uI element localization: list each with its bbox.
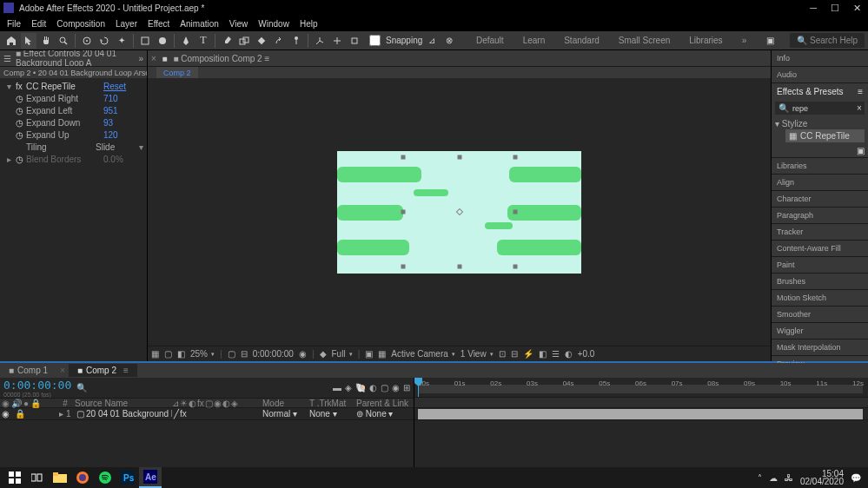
layer-name[interactable]: 20 04 01 Background Loop Arseabout.jpg [86, 409, 172, 419]
camera-dropdown[interactable]: Active Camera [391, 349, 455, 359]
panel-character[interactable]: Character [772, 191, 868, 207]
exposure-value[interactable]: +0.0 [578, 349, 595, 359]
tl-icon-2[interactable]: ◈ [345, 383, 352, 392]
tab-close-icon[interactable]: × [56, 366, 69, 375]
rectangle-tool[interactable] [137, 33, 153, 49]
brush-tool[interactable] [219, 33, 235, 49]
roi-icon[interactable]: ▣ [365, 349, 373, 359]
prop-expand-right-value[interactable]: 710 [103, 94, 147, 103]
col-trkmat[interactable]: T .TrkMat [306, 399, 353, 408]
col-audio-icon[interactable]: 🔊 [11, 399, 22, 408]
selection-tool[interactable] [21, 33, 36, 49]
toggle-icon[interactable]: ◧ [177, 349, 185, 359]
channel-icon[interactable]: ◆ [320, 349, 327, 359]
fx-reset-button[interactable]: Reset [103, 82, 147, 91]
panel-mask-interp[interactable]: Mask Interpolation [772, 340, 868, 355]
composition-viewer[interactable] [148, 78, 771, 346]
graph-editor-icon[interactable]: ⊞ [403, 383, 410, 392]
menu-layer[interactable]: Layer [110, 17, 142, 30]
prop-tiling-value[interactable]: Slide [96, 142, 139, 152]
clear-search-icon[interactable]: × [857, 103, 862, 113]
layer-mode-dropdown[interactable]: Normal [262, 409, 290, 419]
timecode[interactable]: 0:00:00:00 [3, 379, 71, 392]
col-mode[interactable]: Mode [259, 399, 306, 408]
panel-smoother[interactable]: Smoother [772, 307, 868, 322]
home-button[interactable] [3, 33, 19, 49]
stopwatch-icon[interactable]: ◷ [16, 118, 24, 128]
type-tool[interactable]: T [195, 33, 211, 49]
timeline-search[interactable]: 🔍 [76, 383, 328, 392]
mask-icon[interactable]: ▢ [164, 349, 172, 359]
hand-tool[interactable] [38, 33, 54, 49]
stopwatch-icon[interactable]: ◷ [16, 130, 24, 140]
comp-flow-icon[interactable]: ☰ [552, 349, 560, 359]
workspace-overflow[interactable]: » [739, 36, 751, 45]
col-source-name[interactable]: Source Name [71, 399, 172, 408]
orbit-tool[interactable] [79, 33, 95, 49]
canvas[interactable] [337, 151, 581, 274]
workspace-libraries[interactable]: Libraries [686, 36, 726, 45]
menu-view[interactable]: View [224, 17, 254, 30]
workspace-small-screen[interactable]: Small Screen [615, 36, 673, 45]
layer-video-toggle[interactable]: ◉ [2, 409, 10, 419]
new-bin-icon[interactable]: ▣ [857, 146, 865, 155]
project-tab-icon[interactable]: ☰ [3, 54, 11, 63]
grid-icon[interactable]: ▦ [378, 349, 386, 359]
resolution-dropdown[interactable]: Full [332, 349, 353, 359]
layer-lock-toggle[interactable]: 🔒 [15, 409, 25, 419]
snap-icon-2[interactable]: ⊗ [441, 33, 457, 49]
prop-expand-left-value[interactable]: 951 [103, 106, 147, 115]
dropdown-icon[interactable]: ▾ [139, 142, 143, 152]
pen-tool[interactable] [178, 33, 194, 49]
tray-network-icon[interactable]: 🖧 [785, 473, 793, 483]
panel-overflow[interactable]: » [138, 54, 143, 63]
taskbar-spotify[interactable] [94, 467, 116, 488]
layer-fx-switch[interactable]: fx [180, 409, 187, 419]
pixel-ar-icon[interactable]: ⊟ [511, 349, 518, 359]
task-view-button[interactable] [26, 467, 49, 488]
zoom-tool[interactable] [56, 33, 71, 49]
timeline-tab-comp1[interactable]: ■Comp 1 [0, 364, 56, 377]
timeline-ruler[interactable]: 00s01s02s03s04s05s06s07s08s09s10s11s12s [414, 378, 868, 398]
res-icon[interactable]: ▢ [228, 349, 235, 359]
col-lock-icon[interactable]: 🔒 [30, 399, 41, 408]
snapping-checkbox[interactable] [369, 35, 381, 46]
taskbar-after-effects[interactable]: Ae [139, 467, 162, 488]
views-dropdown[interactable]: 1 View [461, 349, 494, 359]
view-axis-button[interactable] [347, 33, 362, 49]
panel-libraries[interactable]: Libraries [772, 158, 868, 174]
share-icon[interactable]: ⊡ [499, 349, 506, 359]
panel-motion-sketch[interactable]: Motion Sketch [772, 290, 868, 306]
sw-3d-icon[interactable]: ◈ [231, 399, 238, 408]
panel-content-aware[interactable]: Content-Aware Fill [772, 241, 868, 256]
exposure-reset-icon[interactable]: ◐ [565, 349, 573, 359]
tl-icon-1[interactable]: ▬ [333, 383, 341, 392]
workspace-default[interactable]: Default [473, 36, 507, 45]
rotation-tool[interactable] [96, 33, 112, 49]
time-icon[interactable]: ⊟ [241, 349, 248, 359]
world-axis-button[interactable] [329, 33, 345, 49]
prop-blend-borders-value[interactable]: 0.0% [103, 155, 147, 164]
menu-effect[interactable]: Effect [142, 17, 175, 30]
prop-expand-up-value[interactable]: 120 [103, 130, 147, 140]
panel-info[interactable]: Info [772, 50, 868, 66]
menu-composition[interactable]: Composition [51, 17, 110, 30]
alpha-icon[interactable]: ▦ [151, 349, 159, 359]
help-search[interactable]: 🔍 Search Help [790, 33, 865, 48]
playhead[interactable] [418, 378, 419, 397]
comp-tab-active[interactable]: Comp 2 [156, 67, 198, 79]
layer-duration-bar[interactable] [418, 409, 863, 419]
stopwatch-icon[interactable]: ◷ [16, 94, 24, 103]
fx-enable-icon[interactable]: fx [16, 82, 24, 91]
layer-quality-icon[interactable]: ╱ [174, 409, 179, 419]
sw-fx-icon[interactable]: fx [197, 399, 204, 408]
effect-item[interactable]: ▦CC RepeTile [785, 129, 865, 142]
frame-blend-icon[interactable]: ▢ [381, 383, 388, 392]
sw-collapse-icon[interactable]: ☀ [180, 399, 188, 408]
workspace-standard[interactable]: Standard [560, 36, 603, 45]
roto-tool[interactable] [271, 33, 287, 49]
stopwatch-icon[interactable]: ◷ [16, 106, 24, 115]
effect-controls-tab[interactable]: ■ Effect Controls 20 04 01 Background Lo… [16, 50, 138, 66]
layer-twirl[interactable]: ▸ [59, 409, 63, 419]
layer-trkmat-dropdown[interactable]: None [309, 409, 330, 419]
